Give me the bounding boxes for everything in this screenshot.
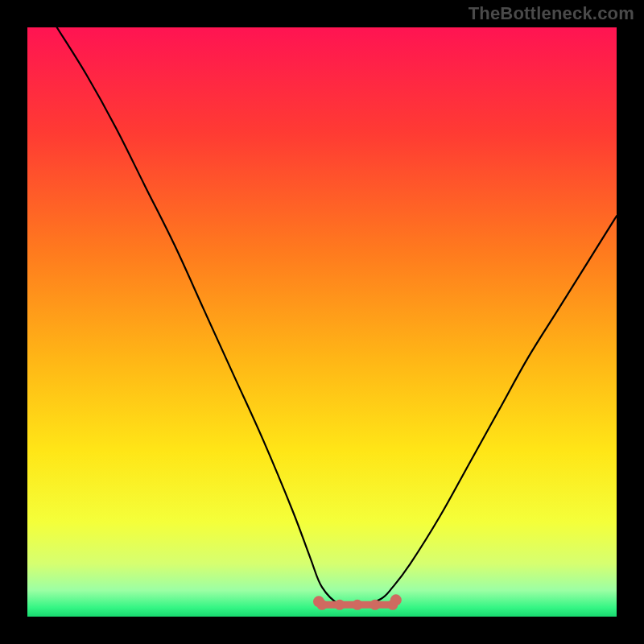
svg-point-3 <box>352 600 362 610</box>
chart-svg <box>27 27 617 617</box>
svg-point-6 <box>313 596 324 607</box>
svg-point-2 <box>334 600 345 610</box>
svg-point-4 <box>369 600 380 610</box>
chart-frame: TheBottleneck.com <box>0 0 644 644</box>
plot-area <box>27 27 617 617</box>
svg-point-7 <box>390 594 402 605</box>
gradient-background <box>27 27 617 617</box>
watermark-label: TheBottleneck.com <box>469 3 634 24</box>
